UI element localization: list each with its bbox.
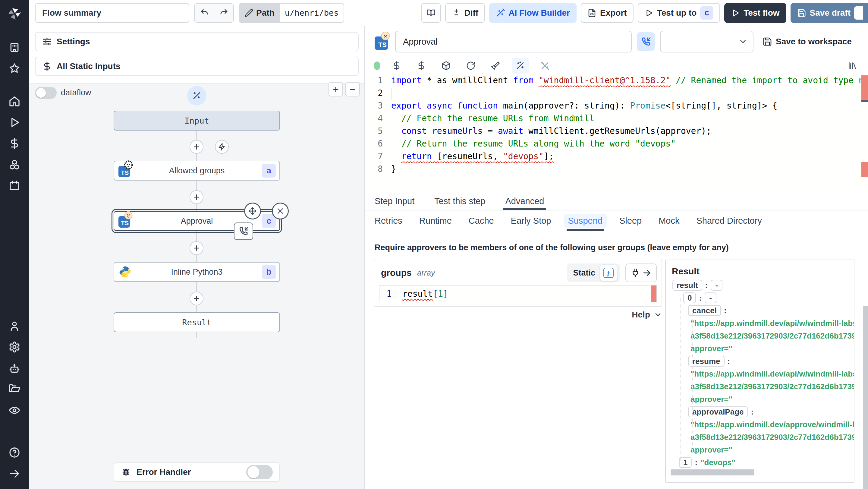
subtab-retries[interactable]: Retries <box>375 210 402 231</box>
collapse-button[interactable]: - <box>705 293 716 303</box>
tag-select[interactable] <box>660 31 753 53</box>
flow-path-control[interactable]: Path u/henri/bes <box>239 3 344 23</box>
subtab-runtime[interactable]: Runtime <box>419 210 452 231</box>
ai-disabled-wand-off-button[interactable] <box>536 58 553 73</box>
json-key[interactable]: cancel <box>688 305 721 316</box>
subtab-mock[interactable]: Mock <box>658 210 679 231</box>
panel-scrollbar[interactable] <box>863 26 868 489</box>
delete-step-button[interactable] <box>272 203 289 219</box>
groups-expression-editor[interactable]: 1 result[1] <box>379 285 657 302</box>
json-key[interactable]: approvalPage <box>688 406 748 417</box>
folders-icon[interactable] <box>0 379 29 400</box>
resources-dollar-button[interactable] <box>413 58 430 73</box>
test-flow-button[interactable]: Test flow <box>724 3 786 23</box>
reload-button[interactable] <box>462 58 479 73</box>
schedules-calendar-icon[interactable] <box>0 175 29 196</box>
flow-settings-button[interactable]: Settings <box>35 32 359 51</box>
subtab-early-stop[interactable]: Early Stop <box>511 210 551 231</box>
subtab-suspend[interactable]: Suspend <box>568 210 602 231</box>
connect-input-button[interactable] <box>625 264 657 282</box>
step-name-input[interactable] <box>395 31 632 53</box>
workers-robot-icon[interactable] <box>0 358 29 379</box>
zoom-out-button[interactable]: − <box>345 82 360 96</box>
static-expr-toggle[interactable]: Static ƒ <box>567 264 620 282</box>
path-value: u/henri/bes <box>280 4 344 22</box>
add-trigger-button[interactable] <box>215 140 229 154</box>
add-step-button-3[interactable] <box>190 241 204 255</box>
json-key[interactable]: 0 <box>683 293 696 303</box>
suspend-tab-content: Require approvers to be members of one o… <box>365 231 868 489</box>
workspace-icon[interactable] <box>0 37 29 58</box>
json-key[interactable]: 1 <box>679 457 692 468</box>
package-button[interactable] <box>438 58 455 73</box>
json-key[interactable]: resume <box>688 356 724 367</box>
code-editor[interactable]: 1import * as wmillClient from "windmill-… <box>365 74 868 192</box>
help-icon[interactable] <box>0 442 29 463</box>
json-string-value: approver=" <box>666 444 854 456</box>
variables-dollar-button[interactable] <box>388 58 405 73</box>
pencil-icon <box>245 9 253 17</box>
export-button[interactable]: Export <box>581 3 633 23</box>
zoom-in-button[interactable]: + <box>329 82 343 96</box>
function-icon: ƒ <box>603 268 614 278</box>
runs-play-icon[interactable] <box>0 112 29 133</box>
home-icon[interactable] <box>0 91 29 112</box>
play-icon <box>644 8 653 18</box>
settings-gear-icon[interactable] <box>0 336 29 358</box>
format-brush-button[interactable] <box>487 58 504 73</box>
flow-node-result[interactable]: Result <box>114 312 280 332</box>
app-sidebar <box>0 0 29 489</box>
audit-eye-icon[interactable] <box>0 400 29 421</box>
tab-advanced[interactable]: Advanced <box>505 192 544 210</box>
collapse-button[interactable]: - <box>711 280 722 291</box>
ai-flow-builder-button[interactable]: AI Flow Builder <box>489 3 577 23</box>
flow-summary-input[interactable] <box>35 3 189 23</box>
resources-boxes-icon[interactable] <box>0 154 29 175</box>
subtab-sleep[interactable]: Sleep <box>619 210 642 231</box>
flow-node-inline-python3[interactable]: Inline Python3 b <box>114 262 280 282</box>
docs-book-button[interactable] <box>421 3 441 23</box>
flow-graph-panel: Settings All Static Inputs dataflow + − … <box>29 26 365 489</box>
json-string-value: "https://app.windmill.dev/approve/windmi… <box>666 418 854 431</box>
ai-assistant-wand-button[interactable] <box>512 58 529 73</box>
json-key[interactable]: result <box>673 280 702 291</box>
step-tabs: Step Input Test this step Advanced <box>365 192 868 210</box>
library-button[interactable] <box>844 58 861 73</box>
tab-test-this-step[interactable]: Test this step <box>434 192 485 210</box>
all-static-inputs-button[interactable]: All Static Inputs <box>35 57 359 76</box>
flow-node-input[interactable]: Input <box>114 111 280 130</box>
code-line: } <box>391 163 868 176</box>
windmill-logo[interactable] <box>0 0 29 28</box>
result-panel: Result result:- 0:- cancel: "https://app… <box>665 259 855 483</box>
variables-dollar-icon[interactable] <box>0 133 29 154</box>
json-string-value: a3f58d13e212/3963172903/2c77d162d6b17395… <box>666 380 854 393</box>
tab-step-input[interactable]: Step Input <box>375 192 414 210</box>
error-handler-toggle[interactable] <box>246 465 273 479</box>
save-to-workspace-button[interactable]: Save to workspace <box>763 37 852 47</box>
users-icon[interactable] <box>0 315 29 336</box>
flow-toolbar: Path u/henri/bes Diff AI Flow Builder Ex… <box>29 0 868 26</box>
subtab-cache[interactable]: Cache <box>469 210 494 231</box>
add-step-button-4[interactable] <box>190 292 204 305</box>
test-up-to-button[interactable]: Test up to c <box>638 3 720 23</box>
json-string-value: "https://app.windmill.dev/api/w/windmill… <box>666 317 854 330</box>
result-horizontal-scrollbar[interactable] <box>671 469 754 476</box>
help-dropdown[interactable]: Help <box>374 310 662 319</box>
save-draft-button[interactable]: Save draft <box>790 3 868 23</box>
redo-button[interactable] <box>214 4 233 22</box>
flow-node-allowed-groups[interactable]: TS Allowed groups a <box>114 161 280 181</box>
suspend-phone-indicator[interactable] <box>234 222 253 240</box>
add-step-button-2[interactable] <box>190 190 204 204</box>
add-step-button-1[interactable] <box>190 140 204 154</box>
collapse-sidebar-arrow-icon[interactable] <box>0 463 29 484</box>
move-step-button[interactable] <box>244 203 261 219</box>
diff-button[interactable]: Diff <box>445 3 485 23</box>
suspend-approval-button[interactable] <box>637 32 655 51</box>
groups-property-box: groups array Static ƒ <box>374 259 662 307</box>
ai-graph-wand-button[interactable] <box>187 86 207 105</box>
favorites-star-icon[interactable] <box>0 58 29 79</box>
dataflow-toggle[interactable] <box>35 87 57 99</box>
json-string-value: a3f58d13e212/3963172903/2c77d162d6b17395… <box>666 431 854 444</box>
subtab-shared-directory[interactable]: Shared Directory <box>696 210 762 231</box>
undo-button[interactable] <box>195 4 214 22</box>
